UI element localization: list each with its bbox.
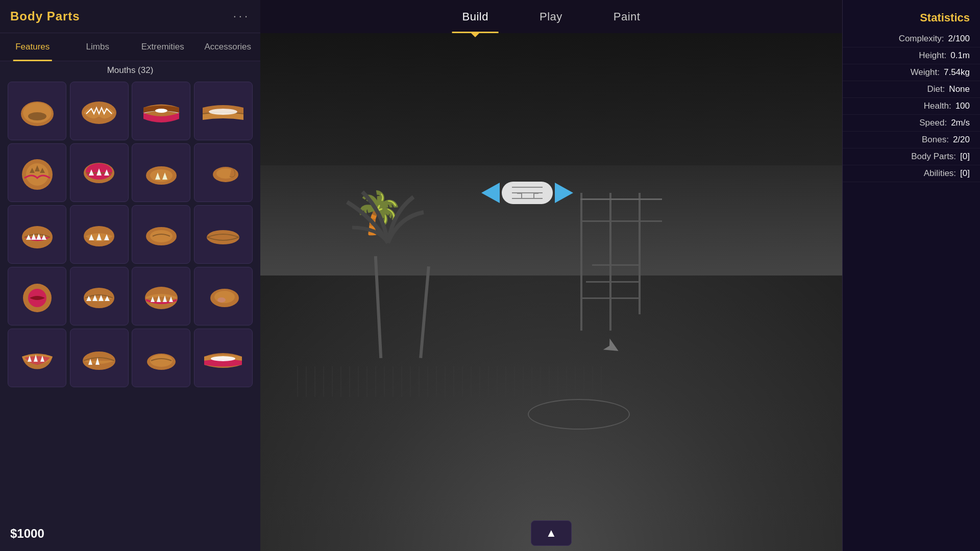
svg-point-2 — [28, 112, 46, 120]
list-item[interactable] — [132, 329, 190, 387]
viewport: 🌴 ➤ — [260, 0, 842, 551]
svg-point-4 — [155, 109, 167, 113]
list-item[interactable] — [132, 267, 190, 325]
left-panel: Body Parts ··· Features Limbs Extremitie… — [0, 0, 260, 551]
list-item[interactable] — [8, 329, 66, 387]
list-item[interactable] — [194, 82, 253, 140]
tab-extremities[interactable]: Extremities — [130, 33, 195, 61]
tab-accessories[interactable]: Accessories — [195, 33, 261, 61]
panel-header: Body Parts ··· — [0, 0, 260, 33]
statistics-title: Statistics — [843, 5, 980, 31]
stat-health: Health:100 — [843, 98, 980, 115]
header-dots[interactable]: ··· — [233, 10, 250, 23]
scroll-up-button-container — [260, 520, 842, 546]
arrow-right-icon[interactable] — [555, 183, 573, 203]
svg-point-17 — [150, 169, 173, 182]
panel-title: Body Parts — [10, 9, 80, 23]
stat-weight: Weight:7.54kg — [843, 64, 980, 81]
list-item[interactable] — [8, 267, 66, 325]
sub-navigation: Features Limbs Extremities Accessories — [0, 33, 260, 61]
list-item[interactable] — [132, 143, 190, 202]
tab-limbs[interactable]: Limbs — [65, 33, 131, 61]
list-item[interactable] — [132, 82, 190, 140]
statistics-panel: Statistics Complexity:2/100 Height:0.1m … — [842, 0, 980, 551]
tab-build[interactable]: Build — [437, 0, 514, 33]
stat-diet: Diet:None — [843, 81, 980, 98]
list-item[interactable] — [8, 143, 66, 202]
list-item[interactable] — [70, 82, 129, 140]
category-label: Mouths (32) — [0, 61, 260, 80]
money-display: $1000 — [10, 527, 44, 541]
stat-speed: Speed:2m/s — [843, 115, 980, 132]
list-item[interactable] — [8, 82, 66, 140]
stat-bones: Bones:2/20 — [843, 132, 980, 148]
svg-point-48 — [217, 297, 226, 303]
tab-features[interactable]: Features — [0, 33, 65, 61]
arrow-left-icon[interactable] — [481, 183, 500, 203]
items-grid — [5, 79, 255, 390]
main-navigation: Build Play Paint — [260, 0, 842, 33]
scroll-up-button[interactable] — [531, 520, 572, 546]
list-item[interactable] — [194, 267, 253, 325]
stat-body-parts: Body Parts:[0] — [843, 148, 980, 165]
svg-point-57 — [211, 356, 235, 361]
stat-height: Height:0.1m — [843, 47, 980, 64]
tab-play[interactable]: Play — [514, 0, 588, 33]
list-item[interactable] — [70, 205, 129, 264]
svg-point-5 — [209, 109, 237, 115]
list-item[interactable] — [194, 205, 253, 264]
svg-point-56 — [150, 355, 173, 367]
list-item[interactable] — [70, 329, 129, 387]
list-item[interactable] — [194, 143, 253, 202]
stat-abilities: Abilities:[0] — [843, 165, 980, 182]
list-item[interactable] — [70, 143, 129, 202]
creature-body — [502, 182, 553, 204]
list-item[interactable] — [132, 205, 190, 264]
list-item[interactable] — [70, 267, 129, 325]
list-item[interactable] — [194, 329, 253, 387]
tab-paint[interactable]: Paint — [588, 0, 666, 33]
stat-complexity: Complexity:2/100 — [843, 31, 980, 47]
list-item[interactable] — [8, 205, 66, 264]
creature[interactable] — [481, 182, 573, 204]
svg-point-33 — [207, 230, 239, 244]
